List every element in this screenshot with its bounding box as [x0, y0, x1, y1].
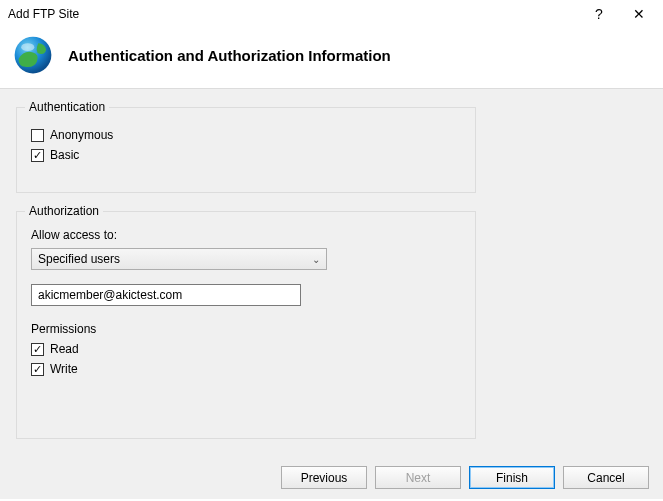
read-row: ✓ Read — [31, 342, 461, 356]
anonymous-row: Anonymous — [31, 128, 461, 142]
finish-button[interactable]: Finish — [469, 466, 555, 489]
basic-row: ✓ Basic — [31, 148, 461, 162]
write-label: Write — [50, 362, 78, 376]
basic-label: Basic — [50, 148, 79, 162]
page-title: Authentication and Authorization Informa… — [68, 47, 391, 64]
allow-access-selected: Specified users — [38, 252, 120, 266]
close-button[interactable]: ✕ — [619, 0, 659, 28]
write-checkbox[interactable]: ✓ — [31, 363, 44, 376]
read-label: Read — [50, 342, 79, 356]
wizard-body: Authentication Anonymous ✓ Basic Authori… — [0, 88, 663, 499]
wizard-footer: Previous Next Finish Cancel — [0, 456, 663, 499]
svg-point-1 — [21, 43, 34, 51]
write-row: ✓ Write — [31, 362, 461, 376]
window-title: Add FTP Site — [8, 7, 579, 21]
globe-icon — [12, 34, 54, 76]
anonymous-label: Anonymous — [50, 128, 113, 142]
previous-button[interactable]: Previous — [281, 466, 367, 489]
authorization-group-label: Authorization — [25, 204, 103, 218]
anonymous-checkbox[interactable] — [31, 129, 44, 142]
wizard-header: Authentication and Authorization Informa… — [0, 28, 663, 88]
authentication-group: Authentication Anonymous ✓ Basic — [16, 107, 476, 193]
cancel-button[interactable]: Cancel — [563, 466, 649, 489]
authentication-group-label: Authentication — [25, 100, 109, 114]
next-button: Next — [375, 466, 461, 489]
titlebar: Add FTP Site ? ✕ — [0, 0, 663, 28]
allow-access-select[interactable]: Specified users ⌄ — [31, 248, 327, 270]
chevron-down-icon: ⌄ — [312, 254, 320, 265]
allow-access-label: Allow access to: — [31, 228, 461, 242]
authorization-group: Authorization Allow access to: Specified… — [16, 211, 476, 439]
basic-checkbox[interactable]: ✓ — [31, 149, 44, 162]
users-input[interactable] — [31, 284, 301, 306]
help-button[interactable]: ? — [579, 0, 619, 28]
read-checkbox[interactable]: ✓ — [31, 343, 44, 356]
permissions-label: Permissions — [31, 322, 461, 336]
